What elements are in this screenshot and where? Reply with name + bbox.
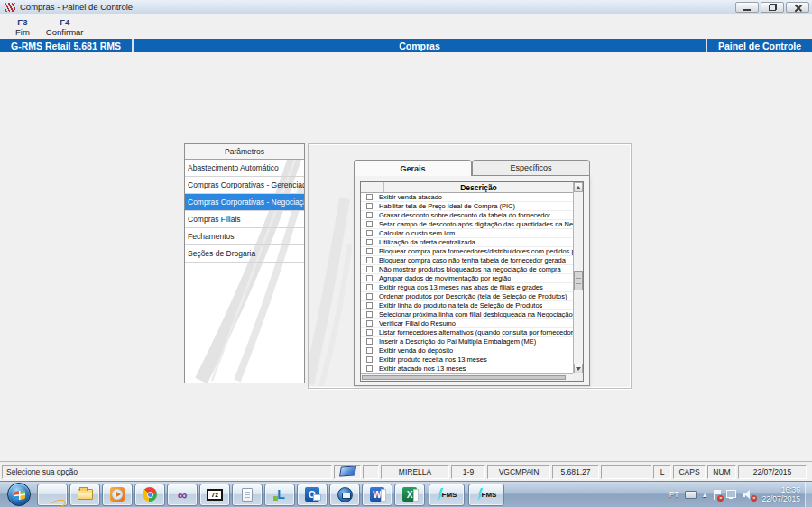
checkbox[interactable] — [366, 320, 373, 327]
option-row-7[interactable]: Bloquear compra caso não tenha tabela de… — [361, 256, 573, 265]
option-row-17[interactable]: Exibir venda do depósito — [361, 346, 573, 355]
lync-taskbar-button[interactable]: L — [264, 484, 295, 506]
word-taskbar-button[interactable]: W — [362, 484, 392, 506]
excel-taskbar-button[interactable]: X — [394, 484, 425, 506]
language-indicator[interactable]: PT — [669, 490, 679, 499]
outlook-taskbar-button[interactable]: O — [297, 484, 328, 506]
option-row-9[interactable]: Agrupar dados de movimentação por região — [361, 274, 573, 283]
function-key-label: F3 — [17, 17, 27, 27]
close-button[interactable] — [786, 2, 809, 13]
option-label: Exibir atacado nos 13 meses — [379, 364, 466, 373]
option-row-19[interactable]: Exibir atacado nos 13 meses — [361, 364, 573, 373]
option-row-10[interactable]: Exibir régua dos 13 meses nas abas de fi… — [361, 283, 573, 292]
media-player-taskbar-button[interactable] — [102, 484, 133, 506]
grid-rows: Exibir venda atacadoHabilitar tela de Pr… — [361, 193, 573, 373]
keyboard-icon[interactable] — [685, 491, 697, 499]
tab-gerais[interactable]: Gerais — [354, 160, 472, 176]
sidebar-item-4[interactable]: Fechamentos — [185, 228, 304, 245]
taskbar-clock[interactable]: 16:36 22/07/2015 — [761, 485, 800, 503]
checkbox[interactable] — [366, 266, 373, 272]
scroll-down-button[interactable] — [574, 364, 583, 373]
option-row-15[interactable]: Listar fornecedores alternativos (quando… — [361, 328, 573, 337]
parameters-panel: Parâmetros Abastecimento AutomáticoCompr… — [184, 143, 305, 383]
minimize-button[interactable] — [735, 2, 759, 13]
toolbar-button-fim[interactable]: F3Fim — [7, 14, 38, 39]
checkbox[interactable] — [366, 365, 373, 372]
sidebar-item-0[interactable]: Abastecimento Automático — [185, 160, 304, 177]
sidebar-item-3[interactable]: Compras Filiais — [185, 211, 304, 228]
option-row-6[interactable]: Bloquear compra para fornecedores/distri… — [361, 247, 573, 256]
show-desktop-button[interactable] — [805, 482, 812, 507]
status-cell-1: MIRELLA — [381, 465, 449, 479]
windows-explorer-taskbar-button[interactable] — [69, 484, 100, 506]
sidebar-item-5[interactable]: Seções de Drogaria — [185, 245, 304, 263]
option-row-11[interactable]: Ordenar produtos por Descrição (tela de … — [361, 292, 573, 301]
notepad-taskbar-button[interactable] — [232, 484, 263, 506]
media-player-icon — [110, 487, 125, 502]
vertical-scrollbar[interactable] — [573, 182, 583, 373]
rms-app-taskbar-button[interactable]: FMS — [429, 484, 465, 506]
checkbox[interactable] — [366, 284, 373, 290]
checkbox[interactable] — [366, 329, 373, 336]
status-cells: MIRELLA1-9VGCMPAIN5.681.27LCAPSNUM22/07/… — [363, 465, 807, 479]
option-row-16[interactable]: Inserir a Descrição do Pai Multipla Emba… — [361, 337, 573, 346]
rms-app-taskbar-button[interactable]: FMS — [468, 484, 504, 506]
vertical-scrollbar-thumb[interactable] — [574, 271, 583, 290]
toolbar-button-confirmar[interactable]: F4Confirmar — [38, 14, 92, 39]
checkbox[interactable] — [366, 203, 373, 209]
start-button[interactable] — [2, 482, 36, 507]
checkbox[interactable] — [366, 347, 373, 354]
checkbox[interactable] — [366, 221, 373, 227]
internet-explorer-taskbar-button[interactable] — [37, 484, 68, 506]
7zip-taskbar-button[interactable]: 7z — [199, 484, 230, 506]
checkbox[interactable] — [366, 311, 373, 318]
visual-studio-taskbar-button[interactable]: ∞ — [167, 484, 198, 506]
volume-muted-icon[interactable] — [743, 490, 754, 500]
horizontal-scrollbar-thumb[interactable] — [362, 375, 566, 380]
option-row-8[interactable]: Não mostrar produtos bloqueados na negoc… — [361, 265, 573, 274]
option-row-18[interactable]: Exibir produto receita nos 13 meses — [361, 355, 573, 364]
sidebar-item-1[interactable]: Compras Corporativas - Gerenciador — [185, 177, 304, 194]
option-row-14[interactable]: Verificar Filial do Resumo — [361, 319, 573, 328]
option-row-2[interactable]: Gravar desconto sobre desconto da tabela… — [361, 211, 573, 220]
checkbox[interactable] — [366, 356, 373, 363]
tab-especificos[interactable]: Específicos — [472, 160, 590, 175]
scroll-down-icon — [576, 367, 581, 371]
checkbox[interactable] — [366, 257, 373, 263]
checkbox[interactable] — [366, 302, 373, 309]
option-row-5[interactable]: Utilização da oferta centralizada — [361, 238, 573, 247]
scroll-up-button[interactable] — [574, 182, 583, 192]
network-icon[interactable] — [726, 490, 737, 499]
option-label: Habilitar tela de Preço Ideal de Compra … — [379, 202, 515, 210]
tab-control: GeraisEspecíficos Descrição Exibir venda… — [354, 159, 590, 386]
option-row-0[interactable]: Exibir venda atacado — [361, 193, 573, 202]
function-key-toolbar: F3FimF4Confirmar — [0, 14, 812, 39]
status-cell-7: CAPS — [673, 465, 706, 479]
option-label: Ordenar produtos por Descrição (tela de … — [379, 292, 567, 300]
outlook-icon: O — [305, 487, 319, 502]
remote-desktop-taskbar-button[interactable] — [329, 484, 360, 506]
chrome-taskbar-button[interactable] — [134, 484, 165, 506]
checkbox[interactable] — [366, 230, 373, 236]
checkbox[interactable] — [366, 239, 373, 245]
rms-app-icon — [5, 3, 15, 12]
option-row-12[interactable]: Exibir linha do produto na tela de Seleç… — [361, 301, 573, 310]
notepad-icon — [242, 488, 253, 502]
option-row-4[interactable]: Calcular o custo sem Icm — [361, 229, 573, 238]
show-hidden-icons-button[interactable]: ▲ — [702, 492, 708, 498]
option-row-3[interactable]: Setar campo de desconto após digitação d… — [361, 220, 573, 229]
horizontal-scrollbar[interactable] — [361, 373, 573, 381]
sidebar-item-2[interactable]: Compras Corporativas - Negociação — [185, 194, 304, 211]
restore-button[interactable] — [761, 2, 784, 13]
checkbox[interactable] — [366, 194, 373, 200]
checkbox[interactable] — [366, 338, 373, 345]
option-label: Calcular o custo sem Icm — [379, 229, 455, 237]
checkbox[interactable] — [366, 212, 373, 218]
option-row-13[interactable]: Selecionar próxima linha com filial desb… — [361, 310, 573, 319]
option-label: Exibir produto receita nos 13 meses — [379, 355, 487, 364]
checkbox[interactable] — [366, 275, 373, 281]
option-row-1[interactable]: Habilitar tela de Preço Ideal de Compra … — [361, 202, 573, 211]
checkbox[interactable] — [366, 293, 373, 300]
checkbox[interactable] — [366, 248, 373, 254]
action-center-icon[interactable] — [713, 490, 721, 500]
